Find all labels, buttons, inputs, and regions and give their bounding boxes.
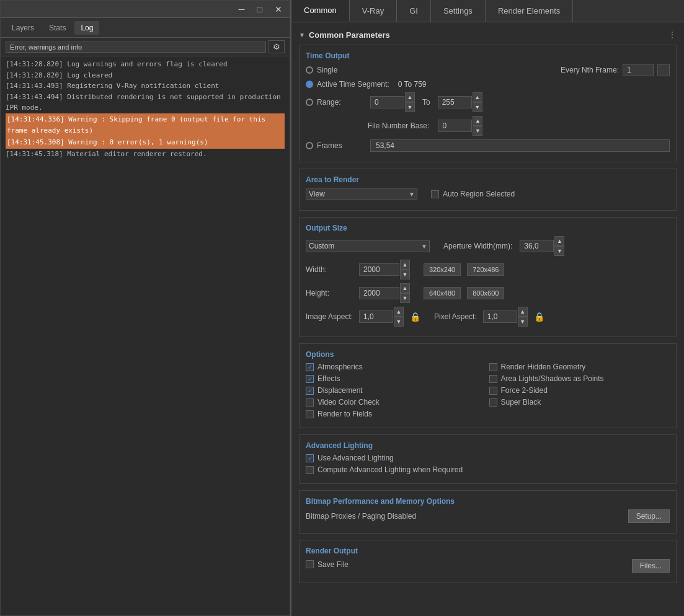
render-to-fields-label: Render to Fields [318,410,372,418]
active-time-label: Active Time Segment: [317,80,389,89]
active-time-value: 0 To 759 [398,80,427,89]
image-aspect-lock-icon[interactable]: 🔒 [410,312,420,322]
compute-advanced-lighting-checkbox[interactable] [306,466,314,474]
file-number-spinner: ▲ ▼ [438,116,482,136]
preset-320x240[interactable]: 320x240 [424,263,461,276]
tab-layers[interactable]: Layers [6,21,40,35]
use-advanced-lighting-label: Use Advanced Lighting [318,454,394,462]
tab-common[interactable]: Common [291,0,350,22]
area-lights-checkbox[interactable] [489,375,497,383]
frames-radio[interactable] [306,142,313,149]
frames-row: Frames [306,139,670,152]
log-filter-dropdown[interactable]: Error, warnings and info [6,42,266,53]
options-right-col: Render Hidden Geometry Area Lights/Shado… [489,363,670,421]
height-input[interactable] [359,287,399,299]
log-entry: [14:31:28.820] Log warnings and errors f… [6,59,285,70]
displacement-label: Displacement [318,386,363,395]
maximize-button[interactable]: □ [255,4,265,14]
super-black-checkbox[interactable] [489,398,497,407]
log-area: [14:31:28.820] Log warnings and errors f… [1,56,290,615]
range-to-down[interactable]: ▼ [473,102,482,112]
video-color-check-checkbox[interactable] [306,398,314,407]
aperture-down[interactable]: ▼ [554,246,564,256]
options-section: Options Atmospherics Effects Displacemen… [299,343,677,428]
atmospherics-checkbox[interactable] [306,363,314,371]
auto-region-label: Auto Region Selected [443,190,515,198]
width-up[interactable]: ▲ [400,260,410,270]
height-down[interactable]: ▼ [400,293,410,303]
area-view-dropdown[interactable]: View [306,188,417,200]
save-file-item: Save File [306,560,349,569]
height-up[interactable]: ▲ [400,283,410,293]
render-hidden-checkbox[interactable] [489,363,497,371]
minimize-button[interactable]: ─ [236,4,247,14]
frames-input[interactable] [370,139,670,152]
range-to-label: To [422,98,430,107]
range-to-up[interactable]: ▲ [473,92,482,102]
effects-label: Effects [318,374,340,383]
left-panel: ─ □ ✕ Layers Stats Log Error, warnings a… [0,0,290,616]
every-nth-input[interactable] [623,64,654,76]
force-2sided-checkbox[interactable] [489,387,497,395]
auto-region-checkbox[interactable] [431,190,439,198]
tab-render-elements[interactable]: Render Elements [486,0,573,22]
tab-vray[interactable]: V-Ray [350,0,397,22]
preset-640x480[interactable]: 640x480 [424,287,461,299]
range-from-up[interactable]: ▲ [405,92,415,102]
files-button[interactable]: Files... [632,559,670,573]
log-entry: [14:31:28.820] Log cleared [6,70,285,81]
tab-settings[interactable]: Settings [431,0,486,22]
video-color-check-item: Video Color Check [306,398,487,407]
height-label: Height: [306,289,355,297]
pixel-aspect-up[interactable]: ▲ [518,307,528,317]
file-number-down[interactable]: ▼ [473,126,482,136]
width-row: Width: ▲ ▼ 320x240 720x486 [306,260,670,279]
aperture-up[interactable]: ▲ [554,236,564,246]
preset-800x600[interactable]: 800x600 [467,287,504,299]
compute-advanced-lighting-item: Compute Advanced Lighting when Required [306,465,670,474]
close-button[interactable]: ✕ [272,4,285,14]
active-time-radio[interactable] [306,81,313,88]
aperture-label: Aperture Width(mm): [443,242,512,250]
output-size-title: Output Size [306,224,670,232]
pixel-aspect-down[interactable]: ▼ [518,317,528,327]
range-radio[interactable] [306,99,313,106]
collapse-arrow-icon[interactable]: ▼ [299,32,305,38]
tab-log[interactable]: Log [74,21,99,35]
file-number-label: File Number Base: [368,121,429,130]
effects-checkbox[interactable] [306,375,314,383]
output-size-section: Output Size Custom ▼ Aperture Width(mm):… [299,217,677,337]
every-nth-dropdown[interactable] [657,64,670,76]
video-color-check-label: Video Color Check [318,398,380,407]
single-radio[interactable] [306,66,313,74]
preset-720x486[interactable]: 720x486 [467,263,504,276]
bitmap-proxies-row: Bitmap Proxies / Paging Disabled Setup..… [306,509,670,523]
range-from-down[interactable]: ▼ [405,102,415,112]
range-to-input[interactable] [438,96,472,108]
file-number-up[interactable]: ▲ [473,116,482,126]
pixel-aspect-lock-icon[interactable]: 🔒 [534,312,544,322]
area-view-row: View ▼ Auto Region Selected [306,188,670,200]
gear-button[interactable]: ⚙ [269,40,285,53]
image-aspect-down[interactable]: ▼ [394,317,404,327]
image-aspect-up[interactable]: ▲ [394,307,404,317]
tab-gi[interactable]: GI [397,0,431,22]
width-down[interactable]: ▼ [400,270,410,279]
section-options-icon[interactable]: ⋮ [668,30,677,40]
pixel-aspect-input[interactable] [483,310,517,323]
height-spinner: ▲ ▼ [359,283,410,303]
use-advanced-lighting-checkbox[interactable] [306,454,314,462]
render-to-fields-checkbox[interactable] [306,410,314,418]
setup-button[interactable]: Setup... [628,509,670,523]
output-preset-dropdown[interactable]: Custom [306,240,430,252]
tab-stats[interactable]: Stats [43,21,72,35]
atmospherics-item: Atmospherics [306,363,487,371]
save-file-checkbox[interactable] [306,560,314,568]
width-input[interactable] [359,263,399,276]
displacement-checkbox[interactable] [306,387,314,395]
options-left-col: Atmospherics Effects Displacement Video … [306,363,487,421]
file-number-input[interactable] [438,120,472,132]
image-aspect-input[interactable] [359,310,393,323]
range-from-input[interactable] [370,96,404,108]
aperture-input[interactable] [520,240,554,252]
